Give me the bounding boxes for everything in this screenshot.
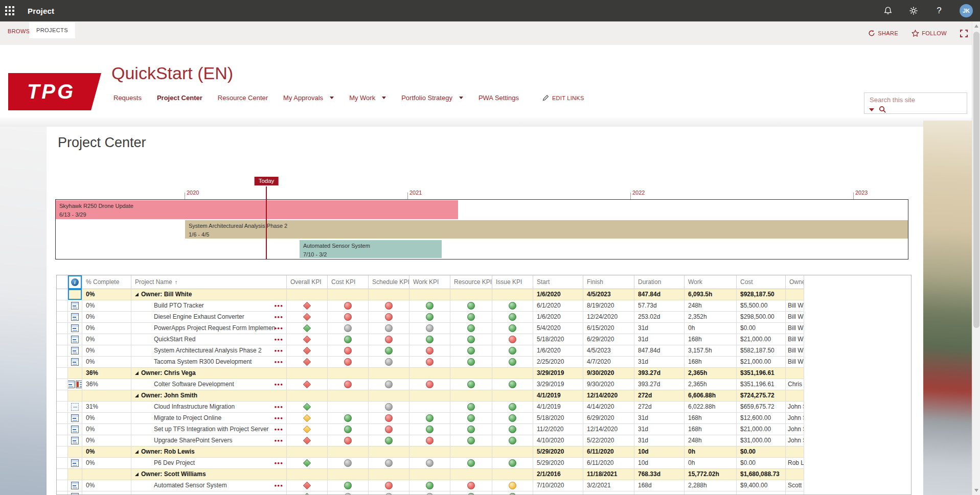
kpi-cell[interactable]: [450, 379, 492, 390]
row-menu-ellipsis-icon[interactable]: ●●●: [275, 379, 284, 390]
cell-duration[interactable]: 272d: [634, 402, 685, 412]
group-row[interactable]: Owner: John Smith4/1/201912/14/2020272d6…: [57, 390, 804, 402]
kpi-cell[interactable]: [328, 334, 369, 345]
row-menu-ellipsis-icon[interactable]: ●●●: [275, 323, 284, 334]
cell-duration[interactable]: 57.73d: [634, 300, 685, 311]
kpi-cell[interactable]: [492, 469, 533, 480]
collapse-group-icon[interactable]: [135, 371, 139, 375]
kpi-cell[interactable]: [492, 323, 533, 334]
kpi-cell[interactable]: [369, 413, 409, 423]
cell-work[interactable]: 0h: [685, 446, 737, 457]
cell-cost[interactable]: $0.00: [737, 446, 786, 457]
kpi-cell[interactable]: [409, 345, 450, 356]
cell-owner[interactable]: [786, 469, 804, 480]
project-name-link[interactable]: Build PTO Tracker: [154, 302, 204, 309]
project-icons-cell[interactable]: [68, 323, 82, 334]
project-icon[interactable]: [71, 347, 79, 355]
project-icons-cell[interactable]: [68, 480, 82, 491]
cell-duration[interactable]: 393.27d: [634, 368, 685, 379]
project-row[interactable]: 0%P6 Dev Project●●●5/29/20206/11/202010d…: [57, 458, 804, 469]
kpi-cell[interactable]: [492, 334, 533, 345]
group-row[interactable]: 36%Owner: Chris Vega3/29/20199/30/202039…: [57, 368, 804, 379]
cell-work[interactable]: 6,606.88h: [685, 390, 737, 401]
kpi-cell[interactable]: [328, 402, 369, 412]
col-header-cost[interactable]: Cost: [737, 275, 786, 289]
overall-kpi-cell[interactable]: [287, 312, 328, 322]
project-icon[interactable]: [71, 482, 79, 489]
kpi-cell[interactable]: [328, 300, 369, 311]
cell-finish[interactable]: 4/5/2023: [583, 345, 634, 356]
project-row[interactable]: 0%Upgrade SharePoint Servers●●●4/10/2020…: [57, 435, 804, 446]
kpi-cell[interactable]: [369, 312, 409, 322]
kpi-cell[interactable]: [492, 312, 533, 322]
scroll-down-icon[interactable]: [974, 489, 978, 492]
cell-owner[interactable]: Bill White: [786, 357, 804, 367]
project-icons-cell[interactable]: [68, 334, 82, 345]
kpi-cell[interactable]: [409, 323, 450, 334]
cell-work[interactable]: 15,772.02h: [685, 469, 737, 480]
cell-start[interactable]: 6/1/2020: [533, 300, 583, 311]
project-icon[interactable]: [71, 459, 79, 467]
cell-work[interactable]: 0h: [685, 458, 737, 468]
timeline-bar[interactable]: Skyhawk R250 Drone Update6/13 - 3/29: [56, 200, 458, 219]
cell-start[interactable]: 2/1/2016: [533, 469, 583, 480]
settings-gear-icon[interactable]: [908, 6, 919, 16]
kpi-cell[interactable]: [450, 469, 492, 480]
kpi-cell[interactable]: [450, 323, 492, 334]
row-menu-ellipsis-icon[interactable]: ●●●: [275, 402, 284, 412]
cell-owner[interactable]: John Smith: [786, 424, 804, 435]
project-name-link[interactable]: Migrate to Project Online: [154, 414, 221, 421]
project-name-cell[interactable]: Owner: Bill White: [131, 289, 287, 300]
cell-start[interactable]: 5/18/2020: [533, 334, 583, 345]
overall-kpi-cell[interactable]: [287, 491, 328, 495]
project-row[interactable]: 31%Cloud Infrastructure Migration●●●4/1/…: [57, 402, 804, 413]
cell-start[interactable]: 2/25/2020: [533, 357, 583, 367]
col-header-start[interactable]: Start: [533, 275, 583, 289]
project-name-cell[interactable]: Tacoma System R300 Development●●●: [131, 357, 287, 367]
kpi-cell[interactable]: [409, 390, 450, 401]
kpi-cell[interactable]: [409, 289, 450, 300]
kpi-cell[interactable]: [369, 402, 409, 412]
kpi-cell[interactable]: [409, 458, 450, 468]
kpi-cell[interactable]: [450, 413, 492, 423]
timeline-bar[interactable]: System Architectureal Analysis Phase 21/…: [185, 220, 908, 239]
cell-finish[interactable]: [583, 491, 634, 495]
cell-work[interactable]: 2,365h: [685, 379, 737, 390]
row-selector[interactable]: [57, 480, 68, 491]
project-row[interactable]: 0%Automated Sensor System●●●7/10/20203/2…: [57, 480, 804, 491]
app-launcher-waffle-icon[interactable]: [5, 6, 14, 15]
cell-work[interactable]: 6,022.88h: [685, 402, 737, 412]
project-name-link[interactable]: Upgrade SharePoint Servers: [154, 437, 232, 444]
cell-finish[interactable]: 4/14/2020: [583, 402, 634, 412]
kpi-cell[interactable]: [369, 300, 409, 311]
project-name-cell[interactable]: Set up TFS Integration with Project Serv…: [131, 424, 287, 435]
cell-work[interactable]: 168h: [685, 357, 737, 367]
search-scope-dropdown-icon[interactable]: [869, 108, 874, 111]
cell-cost[interactable]: $659,675.72: [737, 402, 786, 412]
kpi-cell[interactable]: [450, 289, 492, 300]
cell-finish[interactable]: 8/19/2020: [583, 300, 634, 311]
cell-duration[interactable]: 768.33d: [634, 469, 685, 480]
kpi-cell[interactable]: [369, 323, 409, 334]
kpi-cell[interactable]: [369, 357, 409, 367]
percent-complete-cell[interactable]: 0%: [82, 424, 131, 435]
project-row[interactable]: 0%Tacoma System R300 Development●●●2/25/…: [57, 357, 804, 368]
group-row[interactable]: 0%Owner: Rob Lewis5/29/20206/11/202010d0…: [57, 446, 804, 458]
cell-cost[interactable]: $1,680,088.73: [737, 469, 786, 480]
nav-my-approvals[interactable]: My Approvals: [283, 94, 334, 102]
percent-complete-cell[interactable]: 0%: [82, 413, 131, 423]
row-menu-ellipsis-icon[interactable]: ●●●: [275, 357, 284, 367]
cell-duration[interactable]: 10d: [634, 446, 685, 457]
ribbon-tab-projects[interactable]: PROJECTS: [29, 22, 75, 38]
project-name-link[interactable]: Cloud Infrastructure Migration: [154, 403, 235, 410]
row-selector[interactable]: [57, 334, 68, 345]
nav-portfolio-strategy[interactable]: Portfolio Strategy: [401, 94, 463, 102]
kpi-cell[interactable]: [450, 491, 492, 495]
col-header-owner[interactable]: Owner: [786, 275, 804, 289]
nav-requests[interactable]: Requests: [113, 94, 142, 102]
nav-resource-center[interactable]: Resource Center: [218, 94, 268, 102]
project-name-cell[interactable]: Owner: Scott Williams: [131, 469, 287, 480]
kpi-cell[interactable]: [328, 458, 369, 468]
project-icons-cell[interactable]: [68, 435, 82, 446]
project-name-cell[interactable]: Build PTO Tracker●●●: [131, 300, 287, 311]
